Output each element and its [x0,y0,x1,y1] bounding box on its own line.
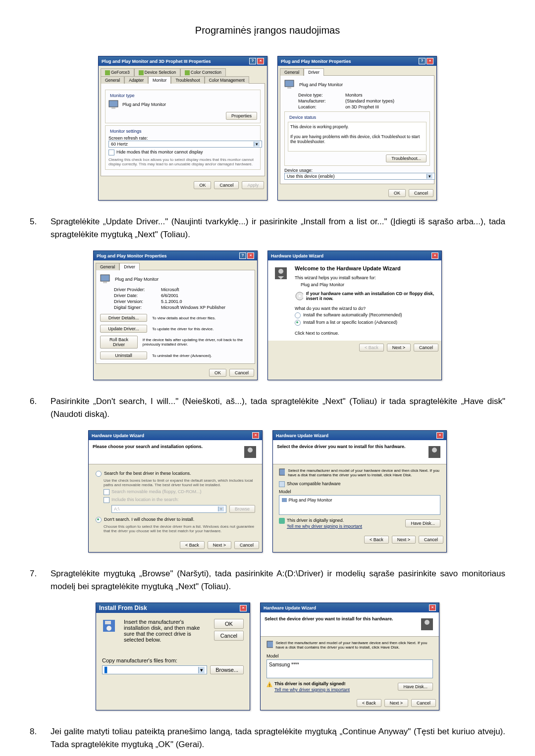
update-desc: To update the driver for this device. [152,327,214,331]
next-button[interactable]: Next > [392,536,416,544]
have-disk-button[interactable]: Have Disk... [398,683,433,691]
troubleshoot-button[interactable]: Troubleshoot... [386,154,427,162]
device-usage-select[interactable]: Use this device (enable)▾ [284,173,435,180]
compatible-label: Show compatible hardware [287,481,341,486]
update-driver-button[interactable]: Update Driver... [100,325,147,333]
next-button[interactable]: Next > [387,344,411,352]
close-icon[interactable]: × [436,432,443,439]
tab-troubleshoot[interactable]: Troubleshoot [171,76,204,84]
wizard-question: What do you want the wizard to do? [295,306,436,311]
cancel-button[interactable]: Cancel [234,541,259,549]
close-icon[interactable]: × [257,58,264,64]
signing-link[interactable]: Tell me why driver signing is important [287,524,362,529]
driver-properties-dialog: Plug and Play Monitor Properties?× Gener… [93,251,258,380]
search-options-dialog: Hardware Update Wizard× Please choose yo… [88,430,263,553]
install-list-radio[interactable] [295,320,301,326]
next-button[interactable]: Next > [208,541,231,549]
monitor-properties-dialog: Plug and Play Monitor and 3D Prophet III… [98,56,268,201]
driver-details-button[interactable]: Driver Details... [100,314,147,322]
tab-general[interactable]: General [101,76,124,84]
back-button[interactable]: < Back [364,536,389,544]
svg-point-10 [278,269,283,274]
tab-color-management[interactable]: Color Management [205,76,249,84]
svg-rect-21 [105,621,111,624]
search-radio[interactable] [96,471,102,477]
help-icon[interactable]: ? [419,58,426,64]
device-type-label: Device type: [298,93,345,98]
ok-button[interactable]: OK [209,369,226,377]
signing-link[interactable]: Tell me why driver signing is important [274,687,350,692]
compatible-checkbox[interactable] [279,481,285,487]
ok-button[interactable]: OK [388,189,406,197]
tab-monitor[interactable]: Monitor [148,76,171,84]
rollback-desc: If the device fails after updating the d… [143,338,251,347]
model-label: Model [267,654,433,658]
close-icon[interactable]: × [252,432,259,439]
floppy-icon [102,619,116,633]
wizard-heading: Please choose your search and installati… [93,444,237,460]
tab-general[interactable]: General [96,263,119,270]
tab-driver[interactable]: Driver [119,263,140,270]
close-icon[interactable]: × [240,605,247,611]
help-icon[interactable]: ? [249,58,256,64]
close-icon[interactable]: × [427,58,433,64]
svg-rect-4 [111,107,115,109]
removable-media-label: Search removable media (floppy, CD-ROM..… [111,489,201,494]
back-button[interactable]: < Back [180,541,205,549]
uninstall-button[interactable]: Uninstall [100,352,147,359]
svg-rect-25 [267,641,273,648]
ok-button[interactable]: OK [214,619,244,629]
cancel-button[interactable]: Cancel [409,189,433,197]
step-text: Jei galite matyti toliau pateiktą praneš… [51,725,505,751]
cancel-button[interactable]: Cancel [229,369,254,377]
browse-button[interactable]: Browse... [210,665,244,674]
back-button[interactable]: < Back [359,344,384,352]
date-label: Driver Date: [114,293,161,298]
details-desc: To view details about the driver files. [152,316,216,320]
monitor-icon [281,498,287,504]
close-icon[interactable]: × [431,252,438,259]
have-disk-button[interactable]: Have Disk... [405,519,440,527]
rollback-button[interactable]: Roll Back Driver [100,336,138,349]
monitor-icon [267,641,273,651]
apply-button[interactable]: Apply [242,181,264,189]
cancel-button[interactable]: Cancel [411,699,436,707]
chevron-down-icon: ▾ [254,142,260,147]
install-auto-radio[interactable] [295,312,301,318]
warning-icon: ! [267,681,272,687]
cancel-button[interactable]: Cancel [419,536,443,544]
hide-modes-checkbox[interactable] [108,150,114,155]
tab-color-correction[interactable]: Color Correction [180,68,226,76]
svg-rect-6 [287,87,291,89]
tab-device-selection[interactable]: Device Selection [134,68,180,76]
next-button[interactable]: Next > [384,699,408,707]
cancel-button[interactable]: Cancel [414,344,438,352]
path-select[interactable]: ▋▾ [102,665,207,674]
refresh-rate-select[interactable]: 60 Hertz▾ [108,141,262,148]
model-list[interactable]: Samsung **** [267,659,433,678]
tab-driver[interactable]: Driver [304,68,324,76]
tab-adapter[interactable]: Adapter [124,76,148,84]
device-status-text: This device is working properly. [290,124,424,129]
close-icon[interactable]: × [247,252,254,259]
model-list[interactable]: Plug and Play Monitor [279,495,440,515]
signer-label: Digital Signer: [114,305,161,310]
cancel-button[interactable]: Cancel [214,631,244,641]
cancel-button[interactable]: Cancel [214,181,239,189]
provider-value: Microsoft [161,287,179,292]
monitor-icon [100,274,111,284]
wizard-device: Plug and Play Monitor [301,282,436,287]
back-button[interactable]: < Back [357,699,381,707]
monitor-settings-label: Monitor settings [108,129,143,134]
close-icon[interactable]: × [429,605,436,611]
wizard-welcome-title: Welcome to the Hardware Update Wizard [295,265,436,271]
help-icon[interactable]: ? [239,252,246,259]
ok-button[interactable]: OK [194,181,211,189]
properties-button[interactable]: Properties [226,112,257,120]
wizard-icon [419,616,435,632]
tab-general[interactable]: General [280,68,304,76]
dont-search-radio[interactable] [96,517,102,523]
tab-geforce[interactable]: GeForce3 [101,68,134,76]
chevron-down-icon: ▾ [427,174,432,179]
install-auto-label: Install the software automatically (Reco… [303,312,402,317]
